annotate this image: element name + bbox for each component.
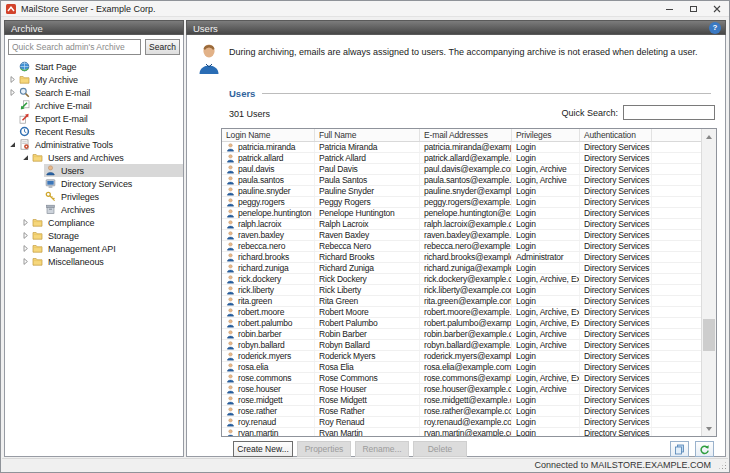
properties-button[interactable]: Properties bbox=[297, 441, 351, 457]
table-row-raven-baxley[interactable]: raven.baxleyRaven Baxleyraven.baxley@exa… bbox=[222, 230, 701, 241]
authentication-cell: Directory Services bbox=[580, 164, 652, 174]
column-header-authentication[interactable]: Authentication bbox=[580, 129, 652, 141]
table-row-patrick-allard[interactable]: patrick.allardPatrick Allardpatrick.alla… bbox=[222, 153, 701, 164]
login-name-cell: rose.midgett bbox=[222, 395, 315, 405]
table-body: patricia.mirandaPatricia Mirandapatricia… bbox=[222, 142, 701, 436]
sidebar-item-privileges[interactable]: Privileges bbox=[5, 190, 183, 203]
user-row-icon bbox=[226, 154, 235, 163]
sidebar-item-label: Administrative Tools bbox=[35, 140, 113, 150]
table-row-rose-houser[interactable]: rose.houserRose Houserrose.houser@exampl… bbox=[222, 384, 701, 395]
sidebar-item-storage[interactable]: Storage bbox=[5, 229, 183, 242]
expander-collapsed-icon[interactable] bbox=[20, 231, 31, 240]
filler-cell bbox=[652, 274, 701, 284]
table-row-penelope-huntington[interactable]: penelope.huntingtonPenelope Huntingtonpe… bbox=[222, 208, 701, 219]
table-row-rick-dockery[interactable]: rick.dockeryRick Dockeryrick.dockery@exa… bbox=[222, 274, 701, 285]
quick-search-users-input[interactable] bbox=[623, 105, 715, 120]
help-icon[interactable]: ? bbox=[709, 22, 721, 34]
close-button[interactable] bbox=[705, 1, 729, 17]
table-row-rebecca-nero[interactable]: rebecca.neroRebecca Nerorebecca.nero@exa… bbox=[222, 241, 701, 252]
full-name-cell: Raven Baxley bbox=[315, 230, 420, 240]
user-row-icon bbox=[226, 374, 235, 383]
rename-button[interactable]: Rename... bbox=[355, 441, 409, 457]
login-name-cell: rose.rather bbox=[222, 406, 315, 416]
table-row-rita-green[interactable]: rita.greenRita Greenrita.green@example.c… bbox=[222, 296, 701, 307]
sidebar-item-start-page[interactable]: Start Page bbox=[5, 60, 183, 73]
sidebar-item-archives[interactable]: Archives bbox=[5, 203, 183, 216]
expander-expanded-icon[interactable] bbox=[20, 153, 31, 162]
sidebar-item-compliance[interactable]: Compliance bbox=[5, 216, 183, 229]
email-cell: rick.liberty@example.com bbox=[420, 285, 512, 295]
sidebar-item-users-and-archives[interactable]: Users and Archives bbox=[5, 151, 183, 164]
scroll-up-button[interactable] bbox=[702, 129, 716, 144]
column-header-privileges[interactable]: Privileges bbox=[512, 129, 580, 141]
window-title: MailStore Server - Example Corp. bbox=[21, 4, 156, 14]
table-row-robin-barber[interactable]: robin.barberRobin Barberrobin.barber@exa… bbox=[222, 329, 701, 340]
sidebar-item-export-e-mail[interactable]: Export E-mail bbox=[5, 112, 183, 125]
expander-collapsed-icon[interactable] bbox=[20, 244, 31, 253]
expander-collapsed-icon[interactable] bbox=[20, 257, 31, 266]
table-row-peggy-rogers[interactable]: peggy.rogersPeggy Rogerspeggy.rogers@exa… bbox=[222, 197, 701, 208]
delete-button[interactable]: Delete bbox=[413, 441, 467, 457]
sidebar-item-archive-e-mail[interactable]: Archive E-mail bbox=[5, 99, 183, 112]
column-header-full-name[interactable]: Full Name bbox=[315, 129, 420, 141]
table-row-richard-brooks[interactable]: richard.brooksRichard Brooksrichard.broo… bbox=[222, 252, 701, 263]
privileges-cell: Login, Archive, Export bbox=[512, 307, 580, 317]
user-row-icon bbox=[226, 363, 235, 372]
authentication-cell: Directory Services bbox=[580, 285, 652, 295]
expander-collapsed-icon[interactable] bbox=[7, 75, 18, 84]
expander-expanded-icon[interactable] bbox=[7, 140, 18, 149]
full-name-cell: Penelope Huntington bbox=[315, 208, 420, 218]
table-row-robert-moore[interactable]: robert.mooreRobert Moorerobert.moore@exa… bbox=[222, 307, 701, 318]
sidebar-item-miscellaneous[interactable]: Miscellaneous bbox=[5, 255, 183, 268]
table-row-roy-renaud[interactable]: roy.renaudRoy Renaudroy.renaud@example.c… bbox=[222, 417, 701, 428]
authentication-cell: Directory Services bbox=[580, 384, 652, 394]
sidebar-item-administrative-tools[interactable]: Administrative Tools bbox=[5, 138, 183, 151]
table-row-ralph-lacroix[interactable]: ralph.lacroixRalph Lacroixralph.lacroix@… bbox=[222, 219, 701, 230]
table-row-rosa-elia[interactable]: rosa.eliaRosa Eliarosa.elia@example.comL… bbox=[222, 362, 701, 373]
refresh-button[interactable] bbox=[695, 441, 714, 457]
minimize-button[interactable] bbox=[657, 1, 681, 17]
table-row-ryan-martin[interactable]: ryan.martinRyan Martinryan.martin@exampl… bbox=[222, 428, 701, 436]
quick-search-archive-input[interactable] bbox=[8, 39, 141, 55]
email-cell: robert.palumbo@example.com bbox=[420, 318, 512, 328]
vertical-scrollbar[interactable] bbox=[701, 129, 716, 436]
sidebar-item-label: Recent Results bbox=[35, 127, 95, 137]
table-row-paul-davis[interactable]: paul.davisPaul Davispaul.davis@example.c… bbox=[222, 164, 701, 175]
table-row-rick-liberty[interactable]: rick.libertyRick Libertyrick.liberty@exa… bbox=[222, 285, 701, 296]
table-row-rose-rather[interactable]: rose.ratherRose Ratherrose.rather@exampl… bbox=[222, 406, 701, 417]
table-row-robyn-ballard[interactable]: robyn.ballardRobyn Ballardrobyn.ballard@… bbox=[222, 340, 701, 351]
expander-collapsed-icon[interactable] bbox=[20, 218, 31, 227]
create-new-button[interactable]: Create New... bbox=[233, 441, 293, 457]
maximize-button[interactable] bbox=[681, 1, 705, 17]
box-icon bbox=[45, 204, 57, 215]
privileges-cell: Login, Archive, Export bbox=[512, 373, 580, 383]
table-row-paula-santos[interactable]: paula.santosPaula Santospaula.santos@exa… bbox=[222, 175, 701, 186]
sidebar-item-management-api[interactable]: Management API bbox=[5, 242, 183, 255]
copy-list-button[interactable] bbox=[670, 441, 689, 457]
email-cell: rose.commons@example.com bbox=[420, 373, 512, 383]
full-name-cell: Roderick Myers bbox=[315, 351, 420, 361]
login-name-cell: paul.davis bbox=[222, 164, 315, 174]
table-row-patricia-miranda[interactable]: patricia.mirandaPatricia Mirandapatricia… bbox=[222, 142, 701, 153]
sidebar-item-recent-results[interactable]: Recent Results bbox=[5, 125, 183, 138]
scrollbar-thumb[interactable] bbox=[703, 319, 715, 351]
sidebar-item-users[interactable]: Users bbox=[5, 164, 183, 177]
sidebar-item-search-e-mail[interactable]: Search E-mail bbox=[5, 86, 183, 99]
table-row-robert-palumbo[interactable]: robert.palumboRobert Palumborobert.palum… bbox=[222, 318, 701, 329]
table-row-pauline-snyder[interactable]: pauline.snyderPauline Snyderpauline.snyd… bbox=[222, 186, 701, 197]
sidebar-item-directory-services[interactable]: Directory Services bbox=[5, 177, 183, 190]
search-button[interactable]: Search bbox=[145, 39, 180, 55]
full-name-cell: Rick Liberty bbox=[315, 285, 420, 295]
filler-cell bbox=[652, 417, 701, 427]
column-header-login-name[interactable]: Login Name bbox=[222, 129, 315, 141]
table-row-rose-midgett[interactable]: rose.midgettRose Midgettrose.midgett@exa… bbox=[222, 395, 701, 406]
sidebar-panel: Archive Search Start PageMy ArchiveSearc… bbox=[4, 20, 184, 457]
table-row-rose-commons[interactable]: rose.commonsRose Commonsrose.commons@exa… bbox=[222, 373, 701, 384]
filler-cell bbox=[652, 175, 701, 185]
expander-collapsed-icon[interactable] bbox=[7, 88, 18, 97]
column-header-e-mail-addresses[interactable]: E-mail Addresses bbox=[420, 129, 512, 141]
sidebar-item-my-archive[interactable]: My Archive bbox=[5, 73, 183, 86]
scroll-down-button[interactable] bbox=[702, 421, 716, 436]
table-row-richard-zuniga[interactable]: richard.zunigaRichard Zunigarichard.zuni… bbox=[222, 263, 701, 274]
table-row-roderick-myers[interactable]: roderick.myersRoderick Myersroderick.mye… bbox=[222, 351, 701, 362]
